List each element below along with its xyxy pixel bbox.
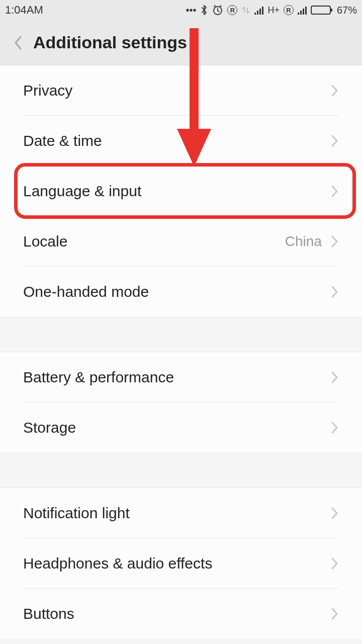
chevron-right-icon [331, 421, 339, 435]
settings-row-label: Battery & performance [23, 369, 174, 386]
settings-row[interactable]: Date & time [23, 116, 339, 166]
settings-row-label: Privacy [23, 82, 72, 99]
chevron-right-icon [331, 234, 339, 249]
settings-row[interactable]: Privacy [23, 65, 339, 116]
chevron-right-icon [331, 84, 339, 98]
settings-row[interactable]: LocaleChina [23, 216, 339, 267]
header: Additional settings [0, 20, 362, 65]
registered-icon: R [227, 5, 237, 15]
battery-percent: 67% [337, 5, 357, 16]
chevron-right-icon [331, 556, 339, 571]
settings-row[interactable]: Buttons [23, 589, 339, 639]
back-button[interactable] [8, 33, 28, 53]
settings-row-label: Notification light [23, 505, 130, 522]
signal-bars-sim2-icon [298, 6, 307, 15]
more-icon: ••• [186, 5, 196, 16]
settings-row[interactable]: Notification light [23, 488, 339, 538]
registered-icon-2: R [284, 5, 294, 15]
data-transfer-icon [241, 5, 250, 15]
bluetooth-icon [200, 5, 208, 16]
chevron-right-icon [331, 607, 339, 621]
status-icons: ••• R H+ R 67% [186, 5, 357, 16]
network-type: H+ [267, 5, 280, 16]
signal-bars-sim1-icon [254, 6, 263, 15]
settings-row-label: Locale [23, 233, 67, 250]
settings-row-label: Language & input [23, 183, 141, 200]
chevron-right-icon [331, 506, 339, 520]
page-title: Additional settings [33, 33, 187, 52]
section-divider [0, 317, 362, 352]
settings-row-label: Date & time [23, 132, 102, 149]
settings-row[interactable]: Headphones & audio effects [23, 538, 339, 589]
settings-row[interactable]: One-handed mode [23, 267, 339, 317]
battery-icon [311, 6, 333, 15]
settings-row-label: One-handed mode [23, 283, 149, 300]
settings-row[interactable]: Language & input [23, 166, 339, 216]
status-time: 1:04AM [5, 4, 43, 17]
chevron-right-icon [331, 370, 339, 384]
chevron-right-icon [331, 134, 339, 148]
status-bar: 1:04AM ••• R H+ R 67% [0, 0, 362, 20]
settings-row[interactable]: Storage [23, 403, 339, 453]
settings-list: PrivacyDate & timeLanguage & inputLocale… [0, 65, 362, 639]
alarm-icon [212, 5, 223, 16]
chevron-right-icon [331, 184, 339, 198]
settings-row-label: Buttons [23, 605, 74, 622]
chevron-right-icon [331, 285, 339, 299]
section-divider [0, 453, 362, 488]
settings-row-label: Storage [23, 419, 76, 436]
settings-row-label: Headphones & audio effects [23, 555, 212, 572]
settings-row-value: China [285, 233, 322, 250]
settings-row[interactable]: Battery & performance [23, 352, 339, 403]
